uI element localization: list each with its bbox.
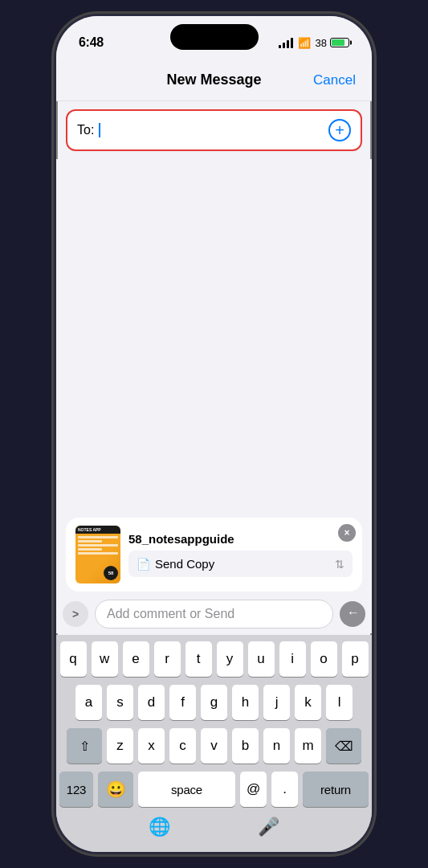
key-m[interactable]: m xyxy=(295,728,321,764)
signal-icon xyxy=(279,37,293,48)
key-r[interactable]: r xyxy=(154,641,181,677)
delete-key[interactable]: ⌫ xyxy=(326,728,361,764)
key-d[interactable]: d xyxy=(138,685,165,720)
message-placeholder: Add comment or Send xyxy=(107,607,234,621)
status-time: 6:48 xyxy=(79,35,104,50)
nav-bar: New Message Cancel xyxy=(56,59,372,101)
key-b[interactable]: b xyxy=(232,728,259,764)
key-v[interactable]: v xyxy=(201,728,227,764)
key-f[interactable]: f xyxy=(169,685,196,720)
send-arrow-icon: ↑ xyxy=(345,610,360,616)
numbers-key[interactable]: 123 xyxy=(59,772,93,807)
keyboard-row-bottom: 123 😀 space @ . return xyxy=(59,772,369,807)
key-i[interactable]: i xyxy=(279,641,306,677)
phone-frame: 6:48 📶 38 New Message Cancel To: + xyxy=(56,16,372,852)
to-cursor xyxy=(99,123,100,137)
send-copy-text: Send Copy xyxy=(155,557,214,571)
emoji-key[interactable]: 😀 xyxy=(98,772,133,807)
bottom-bar: 🌐 🎤 xyxy=(56,810,372,852)
key-w[interactable]: w xyxy=(92,641,118,677)
key-q[interactable]: q xyxy=(60,641,87,677)
battery: 38 xyxy=(316,37,349,49)
dynamic-island xyxy=(170,24,259,50)
key-o[interactable]: o xyxy=(311,641,337,677)
to-field-container[interactable]: To: + xyxy=(66,109,362,151)
message-input[interactable]: Add comment or Send xyxy=(95,600,333,628)
key-z[interactable]: z xyxy=(107,728,133,764)
close-attachment-button[interactable]: × xyxy=(338,524,356,542)
key-n[interactable]: n xyxy=(263,728,290,764)
send-copy-chevron-icon: ⇅ xyxy=(335,558,344,571)
keyboard-row-1: q w e r t y u i o p xyxy=(59,641,369,677)
wifi-icon: 📶 xyxy=(298,37,311,49)
attachment-thumbnail: NOTES APP 58 xyxy=(75,526,120,583)
key-u[interactable]: u xyxy=(248,641,275,677)
key-l[interactable]: l xyxy=(326,685,353,720)
key-x[interactable]: x xyxy=(138,728,165,764)
key-j[interactable]: j xyxy=(263,685,290,720)
space-key[interactable]: space xyxy=(138,772,235,807)
send-copy-label: 📄 Send Copy xyxy=(137,557,214,571)
keyboard-row-2: a s d f g h j k l xyxy=(59,685,369,720)
status-bar: 6:48 📶 38 xyxy=(56,16,372,59)
return-key[interactable]: return xyxy=(303,772,369,807)
message-input-bar: > Add comment or Send ↑ xyxy=(56,595,372,633)
key-t[interactable]: t xyxy=(185,641,212,677)
attachment-info: 58_notesappguide 📄 Send Copy ⇅ xyxy=(128,532,353,577)
key-s[interactable]: s xyxy=(107,685,133,720)
key-c[interactable]: c xyxy=(169,728,196,764)
battery-icon xyxy=(330,38,349,47)
nav-title: New Message xyxy=(120,72,308,88)
add-recipient-button[interactable]: + xyxy=(328,119,351,141)
key-e[interactable]: e xyxy=(123,641,149,677)
status-icons: 📶 38 xyxy=(279,37,349,49)
expand-button[interactable]: > xyxy=(63,601,88,627)
dictation-icon[interactable]: 🎤 xyxy=(258,817,279,837)
send-copy-row[interactable]: 📄 Send Copy ⇅ xyxy=(128,551,353,577)
shift-key[interactable]: ⇧ xyxy=(67,728,102,764)
key-y[interactable]: y xyxy=(217,641,243,677)
cancel-button[interactable]: Cancel xyxy=(308,72,356,88)
send-button[interactable]: ↑ xyxy=(340,601,365,627)
attachment-area: × NOTES APP 58 xyxy=(56,518,372,595)
attachment-header: NOTES APP 58 58_notesappguide xyxy=(75,526,353,583)
key-p[interactable]: p xyxy=(342,641,369,677)
at-key[interactable]: @ xyxy=(240,772,267,807)
key-h[interactable]: h xyxy=(232,685,259,720)
doc-icon: 📄 xyxy=(137,558,150,571)
key-g[interactable]: g xyxy=(201,685,227,720)
globe-icon[interactable]: 🌐 xyxy=(149,817,170,837)
dot-key[interactable]: . xyxy=(271,772,298,807)
keyboard: q w e r t y u i o p a s d f g h j k l ⇧ … xyxy=(56,635,372,810)
key-k[interactable]: k xyxy=(295,685,321,720)
keyboard-row-3: ⇧ z x c v b n m ⌫ xyxy=(59,728,369,764)
to-label: To: xyxy=(77,123,94,137)
empty-area xyxy=(56,159,372,518)
key-a[interactable]: a xyxy=(75,685,102,720)
attachment-filename: 58_notesappguide xyxy=(128,532,353,546)
attachment-card: × NOTES APP 58 xyxy=(66,518,362,592)
